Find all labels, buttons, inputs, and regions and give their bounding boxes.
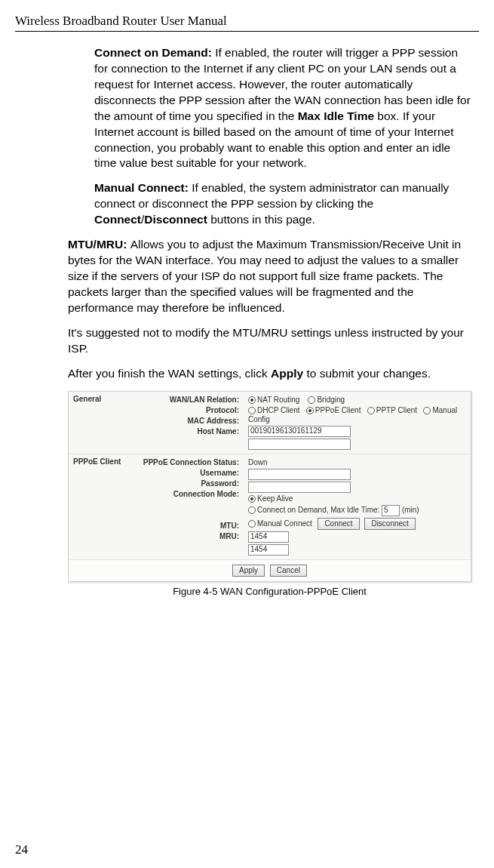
mac-field[interactable]: 00190196130161129	[248, 426, 351, 437]
label-mac: MAC Address:	[126, 416, 239, 426]
para-suggest: It's suggested not to modify the MTU/MRU…	[68, 325, 471, 357]
section-general: General	[69, 395, 126, 451]
cancel-button[interactable]: Cancel	[270, 565, 307, 577]
bold-maxidle: Max Idle Time	[298, 109, 374, 122]
opt-pppoe: PPPoE Client	[315, 406, 361, 414]
bold-connect: Connect	[94, 213, 141, 226]
user-field[interactable]	[248, 469, 351, 480]
radio-manualcfg[interactable]	[423, 407, 431, 414]
text-apply-a: After you finish the WAN settings, click	[68, 367, 271, 380]
para-connect-on-demand: Connect on Demand: If enabled, the route…	[94, 45, 471, 171]
radio-keepalive[interactable]	[248, 495, 256, 503]
mtu-field[interactable]: 1454	[248, 531, 289, 543]
opt-nat: NAT Routing	[257, 396, 299, 404]
radio-bridging[interactable]	[308, 396, 315, 404]
page-number: 24	[15, 842, 28, 857]
label-status: PPPoE Connection Status:	[126, 457, 239, 468]
label-mtu: MTU:	[126, 521, 239, 531]
bold-apply: Apply	[271, 367, 303, 380]
label-host: Host Name:	[126, 426, 239, 437]
radio-manualmode[interactable]	[248, 520, 256, 528]
opt-bridging: Bridging	[317, 396, 345, 404]
disconnect-button[interactable]: Disconnect	[364, 518, 415, 530]
lead-manual: Manual Connect:	[94, 181, 192, 194]
label-user: Username:	[126, 468, 239, 479]
mode-manual: Manual Connect	[257, 519, 312, 528]
mode-cod-unit: (min)	[402, 506, 419, 514]
radio-pppoe[interactable]	[306, 407, 314, 414]
section-pppoe: PPPoE Client	[69, 457, 126, 556]
text-apply-b: to submit your changes.	[303, 367, 431, 380]
label-mode: Connection Mode:	[126, 489, 239, 500]
status-value: Down	[248, 457, 471, 468]
apply-button[interactable]: Apply	[232, 565, 265, 577]
radio-nat[interactable]	[248, 396, 256, 404]
label-protocol: Protocol:	[126, 405, 239, 416]
mru-field[interactable]: 1454	[248, 544, 289, 556]
running-head: Wireless Broadband Router User Manual	[15, 14, 479, 32]
label-mru: MRU:	[126, 531, 239, 542]
radio-dhcp[interactable]	[248, 407, 256, 414]
figure-wan-config: General WAN/LAN Relation: Protocol: MAC …	[68, 391, 471, 599]
connect-button[interactable]: Connect	[318, 518, 359, 530]
para-manual-connect: Manual Connect: If enabled, the system a…	[94, 180, 471, 228]
figure-caption: Figure 4-5 WAN Configuration-PPPoE Clien…	[68, 585, 471, 599]
lead-mtumru: MTU/MRU:	[68, 238, 130, 251]
para-mtu-mru: MTU/MRU: Allows you to adjust the Maximu…	[68, 237, 471, 316]
opt-dhcp: DHCP Client	[257, 406, 300, 414]
lead-cod: Connect on Demand:	[94, 46, 215, 59]
radio-cod[interactable]	[248, 506, 256, 514]
bold-disconnect: Disconnect	[144, 213, 207, 226]
label-relation: WAN/LAN Relation:	[126, 395, 239, 405]
mode-keep: Keep Alive	[257, 494, 293, 503]
pass-field[interactable]	[248, 482, 351, 493]
opt-pptp: PPTP Client	[376, 406, 417, 414]
para-apply: After you finish the WAN settings, click…	[68, 366, 471, 382]
text-manual-b: buttons in this page.	[207, 213, 315, 226]
idle-field[interactable]: 5	[382, 505, 400, 516]
mode-cod: Connect on Demand, Max Idle Time:	[257, 506, 379, 514]
label-pass: Password:	[126, 479, 239, 489]
radio-pptp[interactable]	[367, 407, 375, 414]
host-field[interactable]	[248, 439, 351, 450]
